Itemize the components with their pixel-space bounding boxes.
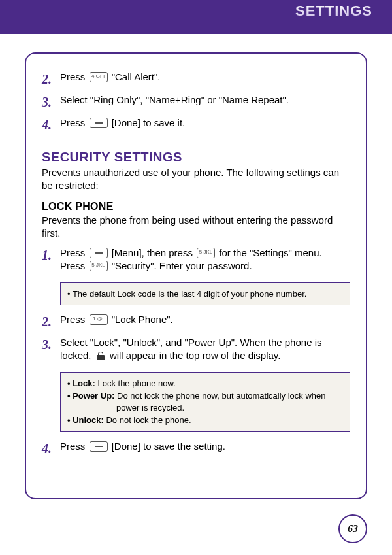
step-number: 3. <box>42 93 60 111</box>
manual-page: SETTINGS 2. Press 4 GHI "Call Alert". 3.… <box>0 0 392 555</box>
key-5-icon: 5 JKL <box>90 261 108 271</box>
lock-text: Lock the phone now. <box>97 378 175 388</box>
key-1-icon: 1 @. <box>90 314 108 325</box>
header-band: SETTINGS <box>0 0 392 34</box>
step-text: Press 4 GHI "Call Alert". <box>60 71 350 84</box>
text: will appear in the top row of the displa… <box>110 350 281 361</box>
lock-phone-steps-c: 4. Press [Done] to save the setting. <box>42 440 350 458</box>
text: "Security". Enter your password. <box>112 260 252 271</box>
step-2: 2. Press 4 GHI "Call Alert". <box>42 71 350 88</box>
lock-options-note: • Lock: Lock the phone now. • Power Up: … <box>60 372 350 432</box>
text: [Done] to save it. <box>112 117 186 128</box>
text: "Call Alert". <box>112 71 161 82</box>
text: Press <box>60 117 88 128</box>
lock-phone-steps-a: 1. Press [Menu], then press 5 JKL for th… <box>42 246 350 273</box>
text: Press <box>60 260 88 271</box>
page-title: SETTINGS <box>295 3 372 20</box>
unlock-option: • Unlock: Do not lock the phone. <box>67 414 343 426</box>
key-5-icon: 5 JKL <box>197 248 215 258</box>
text: Press <box>60 71 88 82</box>
text: "Lock Phone". <box>112 314 173 325</box>
lock-icon <box>96 352 105 361</box>
text: [Menu], then press <box>112 247 195 258</box>
security-settings-heading: SECURITY SETTINGS <box>42 150 350 165</box>
lock-step-2: 2. Press 1 @. "Lock Phone". <box>42 313 350 331</box>
lock-step-3: 3. Select "Lock", "Unlock", and "Power U… <box>42 336 350 363</box>
default-lock-code-note: • The default Lock code is the last 4 di… <box>60 282 350 306</box>
step-number: 4. <box>42 116 60 134</box>
unlock-label: • Unlock: <box>67 415 106 425</box>
lock-phone-desc: Prevents the phone from being used witho… <box>42 214 350 241</box>
lock-step-1: 1. Press [Menu], then press 5 JKL for th… <box>42 246 350 273</box>
page-number-badge: 63 <box>338 514 367 543</box>
step-4: 4. Press [Done] to save it. <box>42 116 350 134</box>
key-4-icon: 4 GHI <box>90 72 108 82</box>
softkey-dash-icon <box>90 118 108 128</box>
text: locked, <box>60 350 94 361</box>
softkey-dash-icon <box>90 441 108 452</box>
step-text: Press 1 @. "Lock Phone". <box>60 313 350 326</box>
text: for the "Settings" menu. <box>219 247 321 258</box>
unlock-text: Do not lock the phone. <box>106 415 191 425</box>
softkey-dash-icon <box>90 248 108 258</box>
lock-step-4: 4. Press [Done] to save the setting. <box>42 440 350 458</box>
step-number: 4. <box>42 440 60 458</box>
text: Press <box>60 441 88 452</box>
power-up-option: • Power Up: Do not lock the phone now, b… <box>67 390 343 413</box>
text: [Done] to save the setting. <box>112 441 225 452</box>
text: Press <box>60 247 88 258</box>
step-text: Select "Lock", "Unlock", and "Power Up".… <box>60 336 350 363</box>
lock-phone-heading: LOCK PHONE <box>42 201 350 212</box>
step-text: Press [Done] to save the setting. <box>60 440 350 453</box>
power-up-label: • Power Up: <box>67 391 117 401</box>
step-number: 2. <box>42 71 60 88</box>
step-text: Press [Done] to save it. <box>60 116 350 129</box>
page-number: 63 <box>348 523 358 535</box>
lock-option: • Lock: Lock the phone now. <box>67 378 343 390</box>
security-settings-desc: Prevents unauthorized use of your phone.… <box>42 166 350 193</box>
power-up-text: Do not lock the phone now, but automatic… <box>116 391 325 412</box>
text: Select "Lock", "Unlock", and "Power Up".… <box>60 337 321 348</box>
text: Press <box>60 314 88 325</box>
step-text: Press [Menu], then press 5 JKL for the "… <box>60 246 350 273</box>
note-text: • The default Lock code is the last 4 di… <box>67 288 343 300</box>
step-number: 2. <box>42 313 60 331</box>
lock-label: • Lock: <box>67 378 97 388</box>
step-number: 1. <box>42 246 60 264</box>
step-number: 3. <box>42 336 60 354</box>
step-3: 3. Select "Ring Only", "Name+Ring" or "N… <box>42 93 350 111</box>
lock-phone-steps-b: 2. Press 1 @. "Lock Phone". 3. Select "L… <box>42 313 350 363</box>
call-alert-steps: 2. Press 4 GHI "Call Alert". 3. Select "… <box>42 71 350 134</box>
step-text: Select "Ring Only", "Name+Ring" or "Name… <box>60 93 350 107</box>
content-panel: 2. Press 4 GHI "Call Alert". 3. Select "… <box>25 52 367 499</box>
